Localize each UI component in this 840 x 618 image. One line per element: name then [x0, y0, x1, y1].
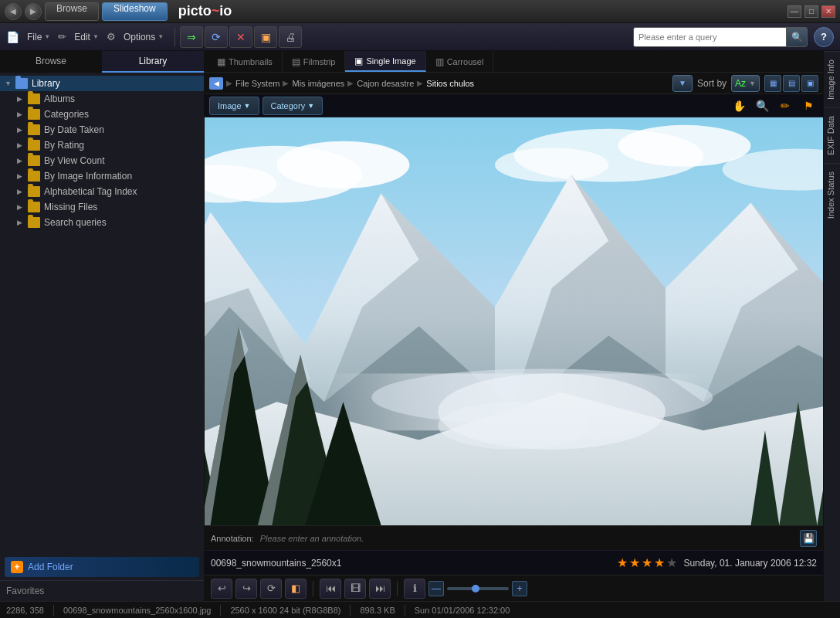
search-button[interactable]: 🔍	[786, 27, 808, 47]
zoom-in-button[interactable]: +	[512, 581, 527, 596]
tree-by-viewcount[interactable]: ▶ By View Count	[0, 153, 204, 168]
toolbar-sep-1	[174, 28, 175, 46]
tree-by-date[interactable]: ▶ By Date Taken	[0, 122, 204, 138]
options-menu[interactable]: Options ▼	[117, 29, 170, 45]
thumbnails-label: Thumbnails	[229, 57, 273, 66]
tree-alpha-tag[interactable]: ▶ Alphabetical Tag Index	[0, 184, 204, 199]
minimize-button[interactable]: —	[788, 5, 801, 18]
mountain-scene-svg	[205, 117, 823, 525]
hand-tool-button[interactable]: ✋	[729, 97, 749, 115]
breadcrumb-home-icon: ◀	[209, 77, 223, 90]
slideshow-tab[interactable]: Slideshow	[102, 2, 168, 21]
print-button[interactable]: 🖨	[279, 26, 302, 48]
back-button[interactable]: ◀	[5, 3, 22, 20]
browse-sidebar-tab[interactable]: Browse	[0, 51, 102, 73]
star-2[interactable]: ★	[629, 555, 640, 570]
breadcrumb-bar: ◀ ▶ File System ▶ Mis imágenes ▶ Cajon d…	[205, 73, 823, 94]
tree-albums[interactable]: ▶ Albums	[0, 91, 204, 107]
star-5[interactable]: ★	[666, 555, 677, 570]
zoom-slider-thumb[interactable]	[472, 585, 479, 593]
thumbnails-tab[interactable]: ▦ Thumbnails	[208, 51, 283, 72]
refresh-button[interactable]: ⟳	[260, 579, 282, 599]
exif-data-panel-label[interactable]: EXIF Data	[824, 107, 840, 163]
view-mode-2[interactable]: ▤	[783, 75, 800, 92]
info-button[interactable]: ℹ	[404, 579, 425, 599]
tree-search[interactable]: ▶ Search queries	[0, 215, 204, 230]
by-date-label: By Date Taken	[44, 124, 104, 135]
category-btn-label: Category	[271, 101, 306, 110]
film-button[interactable]: 🎞	[344, 579, 366, 599]
rating-stars[interactable]: ★ ★ ★ ★ ★	[617, 555, 677, 570]
breadcrumb-cajon[interactable]: Cajon desastre	[357, 79, 414, 88]
star-1[interactable]: ★	[617, 555, 628, 570]
missing-label: Missing Files	[44, 202, 97, 212]
status-sep-1	[53, 605, 54, 616]
status-dimensions: 2560 x 1600 24 bit (R8G8B8)	[230, 606, 340, 615]
sync-button[interactable]: ⟳	[205, 26, 228, 48]
sort-arrow: ▼	[749, 80, 756, 87]
tree-library[interactable]: ▼ Library	[0, 76, 204, 91]
tree-missing[interactable]: ▶ Missing Files	[0, 199, 204, 215]
color-button[interactable]: ◧	[285, 579, 307, 599]
zoom-slider[interactable]	[447, 587, 509, 590]
help-button[interactable]: ?	[814, 27, 834, 47]
status-sep-4	[405, 605, 405, 616]
edit-tool-button[interactable]: ✏	[775, 97, 795, 115]
alpha-tag-label: Alphabetical Tag Index	[44, 186, 137, 197]
tree-categories[interactable]: ▶ Categories	[0, 107, 204, 122]
tree-by-info[interactable]: ▶ By Image Information	[0, 168, 204, 184]
view-tabs: ▦ Thumbnails ▤ Filmstrip ▣ Single Image …	[205, 51, 823, 73]
content-area: ▦ Thumbnails ▤ Filmstrip ▣ Single Image …	[205, 51, 823, 601]
image-dropdown-button[interactable]: Image ▼	[209, 97, 259, 115]
annotation-input[interactable]	[260, 530, 794, 547]
breadcrumb-filesystem[interactable]: File System	[235, 79, 279, 88]
image-btn-label: Image	[218, 101, 242, 110]
export-button[interactable]: ▣	[254, 26, 277, 48]
tag-tool-button[interactable]: ⚑	[798, 97, 818, 115]
tree-by-rating[interactable]: ▶ By Rating	[0, 138, 204, 153]
status-filesize: 898.3 KB	[360, 606, 395, 615]
bc-sep-3: ▶	[417, 79, 423, 87]
zoom-tool-button[interactable]: 🔍	[752, 97, 772, 115]
breadcrumb-images[interactable]: Mis imágenes	[292, 79, 344, 88]
close-button[interactable]: ✕	[821, 5, 835, 18]
browse-tab[interactable]: Browse	[45, 2, 99, 21]
add-folder-button[interactable]: + Add Folder	[5, 557, 199, 577]
last-button[interactable]: ⏭	[369, 579, 391, 599]
status-date: Sun 01/01/2006 12:32:00	[415, 606, 510, 615]
rotate-cw-button[interactable]: ↪	[235, 579, 257, 599]
delete-button[interactable]: ✕	[229, 26, 252, 48]
image-info-panel-label[interactable]: Image Info	[824, 51, 840, 107]
view-mode-3[interactable]: ▣	[801, 75, 818, 92]
edit-menu[interactable]: Edit ▼	[68, 29, 105, 45]
rotate-ccw-button[interactable]: ↩	[211, 579, 232, 599]
sort-select[interactable]: Az ▼	[731, 75, 760, 92]
forward-button[interactable]: ▶	[25, 3, 42, 20]
titlebar-left: ◀ ▶ Browse Slideshow picto~io	[5, 2, 232, 21]
maximize-button[interactable]: □	[804, 5, 818, 18]
star-4[interactable]: ★	[654, 555, 665, 570]
sidebar-tabs: Browse Library	[0, 51, 204, 73]
star-3[interactable]: ★	[642, 555, 652, 570]
first-button[interactable]: ⏮	[320, 579, 341, 599]
breadcrumb-sitios[interactable]: Sitios chulos	[426, 79, 474, 88]
filter-button[interactable]: ▼	[672, 75, 693, 92]
missing-icon	[28, 202, 40, 212]
carrousel-tab[interactable]: ▥ Carrousel	[426, 51, 494, 72]
image-display-area[interactable]	[205, 117, 823, 525]
svg-point-31	[438, 402, 589, 449]
search-input[interactable]	[633, 27, 788, 47]
pb-sep-1	[313, 581, 313, 596]
library-sidebar-tab[interactable]: Library	[102, 51, 204, 73]
file-menu[interactable]: File ▼	[21, 29, 56, 45]
single-image-tab[interactable]: ▣ Single Image	[345, 51, 425, 72]
status-filename: 00698_snowmountains_2560x1600.jpg	[63, 606, 211, 615]
view-mode-1[interactable]: ▦	[764, 75, 781, 92]
category-dropdown-button[interactable]: Category ▼	[262, 97, 323, 115]
save-annotation-button[interactable]: 💾	[800, 530, 817, 547]
index-status-panel-label[interactable]: Index Status	[824, 163, 840, 226]
zoom-out-button[interactable]: —	[428, 581, 444, 596]
import-button[interactable]: ⇒	[180, 26, 203, 48]
sort-value: Az	[735, 78, 746, 89]
filmstrip-tab[interactable]: ▤ Filmstrip	[283, 51, 346, 72]
